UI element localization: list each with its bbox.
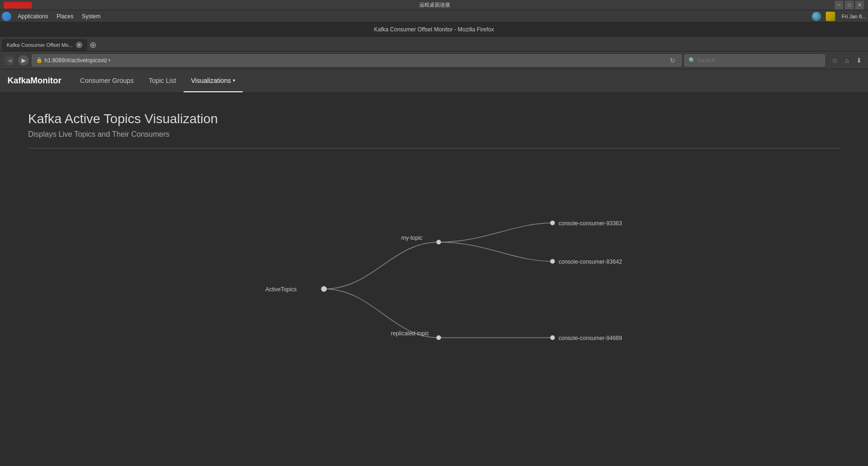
node-consumer-94689 xyxy=(550,335,555,340)
os-menu-system[interactable]: System xyxy=(78,12,104,21)
maximize-button[interactable]: □ xyxy=(845,0,854,10)
toolbar-icons: ☆ ⌂ ⬇ xyxy=(830,55,864,66)
page-subtitle: Displays Live Topics and Their Consumers xyxy=(28,130,840,139)
node-consumer-93363 xyxy=(550,221,555,225)
os-star-icon xyxy=(826,12,835,21)
address-secure-icon: 🔒 xyxy=(36,57,43,63)
label-replicated-topic: replicated-topic xyxy=(391,330,429,337)
node-my-topic xyxy=(437,240,441,244)
os-menubar: Applications Places System Fri Jan 8... xyxy=(0,10,868,22)
tab-close-button[interactable]: ✕ xyxy=(76,42,82,48)
close-button[interactable]: ✕ xyxy=(855,0,864,10)
label-activetopics: ActiveTopics xyxy=(266,286,297,293)
window-controls: ─ □ ✕ xyxy=(834,0,864,10)
edge-root-my-topic xyxy=(324,242,439,289)
address-dropdown-icon[interactable]: ▾ xyxy=(108,58,111,63)
address-text: h1:8089/#/activetopicsviz xyxy=(45,57,107,64)
main-content: Kafka Active Topics Visualization Displa… xyxy=(0,93,868,421)
nav-consumer-groups[interactable]: Consumer Groups xyxy=(73,69,141,92)
node-activetopics xyxy=(321,286,327,292)
bookmark-star-icon[interactable]: ☆ xyxy=(830,55,840,66)
app-navbar: KafkaMonitor Consumer Groups Topic List … xyxy=(0,69,868,93)
dropdown-caret-icon: ▾ xyxy=(233,78,235,83)
back-button[interactable]: ◀ xyxy=(4,55,15,66)
os-menu-places[interactable]: Places xyxy=(53,12,77,21)
nav-links: Consumer Groups Topic List Visualization… xyxy=(73,69,243,92)
search-input[interactable] xyxy=(697,57,821,64)
home-icon[interactable]: ⌂ xyxy=(842,55,852,66)
os-menu-applications[interactable]: Applications xyxy=(14,12,52,21)
label-consumer-93363: console-consumer-93363 xyxy=(559,220,623,227)
browser-window-title: Kafka Consumer Offset Monitor - Mozilla … xyxy=(374,26,494,33)
page-divider xyxy=(28,148,840,148)
page-title: Kafka Active Topics Visualization xyxy=(28,111,840,126)
browser-addressbar: ◀ ▶ 🔒 h1:8089/#/activetopicsviz ▾ ↻ 🔍 ☆ … xyxy=(0,52,868,69)
node-replicated-topic xyxy=(437,335,441,340)
forward-button[interactable]: ▶ xyxy=(18,55,29,66)
download-icon[interactable]: ⬇ xyxy=(854,55,864,66)
tab-title: Kafka Consumer Offset Mo... xyxy=(7,42,73,48)
browser-tab-active[interactable]: Kafka Consumer Offset Mo... ✕ xyxy=(2,39,87,51)
browser-titlebar: Kafka Consumer Offset Monitor - Mozilla … xyxy=(0,22,868,37)
nav-visualizations[interactable]: Visualizations ▾ xyxy=(184,69,243,92)
nav-topic-list[interactable]: Topic List xyxy=(141,69,183,92)
new-tab-button[interactable]: ⊕ xyxy=(87,39,99,51)
label-consumer-94689: console-consumer-94689 xyxy=(559,335,623,341)
os-titlebar: 远程桌面连接 ─ □ ✕ xyxy=(0,0,868,10)
search-icon: 🔍 xyxy=(689,57,696,64)
search-bar[interactable]: 🔍 xyxy=(684,54,825,67)
viz-container: ActiveTopics my-topic replicated-topic c… xyxy=(28,163,840,387)
os-logo-icon xyxy=(2,12,11,21)
viz-svg: ActiveTopics my-topic replicated-topic c… xyxy=(28,163,840,387)
node-consumer-83642 xyxy=(550,259,555,264)
os-redbar xyxy=(4,2,32,8)
label-consumer-83642: console-consumer-83642 xyxy=(559,259,623,265)
os-globe-icon xyxy=(812,12,821,21)
app-brand[interactable]: KafkaMonitor xyxy=(7,76,61,86)
edge-my-topic-consumer93363 xyxy=(439,223,553,242)
os-titlebar-text: 远程桌面连接 xyxy=(35,1,834,8)
address-bar[interactable]: 🔒 h1:8089/#/activetopicsviz ▾ ↻ xyxy=(32,54,682,67)
reload-button[interactable]: ↻ xyxy=(668,56,677,65)
browser-tabbar: Kafka Consumer Offset Mo... ✕ ⊕ xyxy=(0,37,868,52)
edge-my-topic-consumer83642 xyxy=(439,242,553,261)
label-my-topic: my-topic xyxy=(401,235,423,241)
os-clock: Fri Jan 8... xyxy=(842,14,866,19)
minimize-button[interactable]: ─ xyxy=(834,0,844,10)
